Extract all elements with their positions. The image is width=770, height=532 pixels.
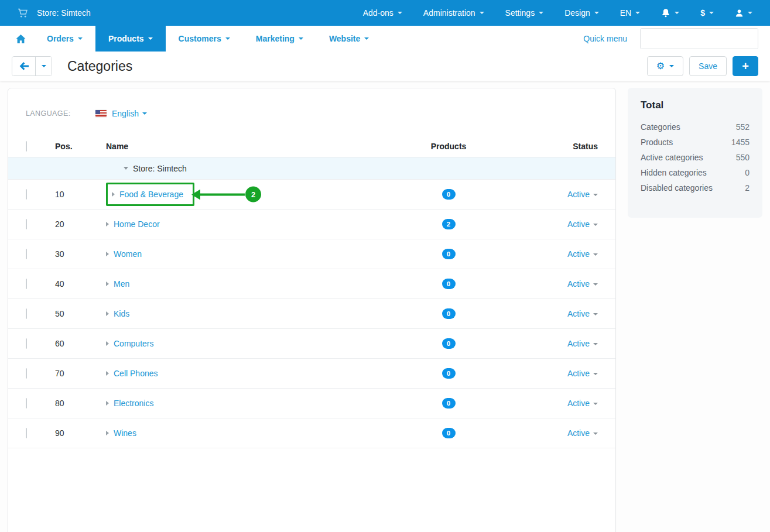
chevron-down-icon [593,224,598,226]
row-checkbox[interactable] [26,189,27,200]
account-menu[interactable] [735,9,752,18]
expand-icon[interactable] [112,192,115,197]
category-link[interactable]: Kids [114,309,129,318]
header-status: Status [492,142,598,151]
quick-menu-link[interactable]: Quick menu [583,34,627,43]
language-select[interactable]: English [112,109,147,118]
category-link[interactable]: Cell Phones [114,369,158,378]
expand-icon[interactable] [106,222,109,226]
back-button-group [12,56,52,76]
expand-icon[interactable] [106,401,109,406]
status-dropdown[interactable]: Active [567,309,590,318]
category-link[interactable]: Food & Beverage [119,190,183,199]
store-group-row[interactable]: Store: Simtech [8,157,615,180]
row-checkbox[interactable] [26,249,27,259]
total-stat-row: Categories 552 [641,119,750,135]
category-link[interactable]: Computers [114,339,153,348]
position-value: 70 [55,369,106,378]
back-button[interactable] [12,57,36,75]
chevron-down-icon [539,12,543,14]
table-row: 80 Electronics 0 Active [8,389,615,418]
expand-icon[interactable] [106,341,109,346]
page-title: Categories [67,59,132,74]
total-stat-row: Hidden categories 0 [641,165,750,180]
status-dropdown[interactable]: Active [567,369,590,378]
back-history-dropdown[interactable] [36,57,52,75]
menu-design[interactable]: Design [564,8,599,18]
expand-icon[interactable] [106,252,109,256]
main-navigation: Orders Products Customers Marketing Webs… [0,26,770,52]
expand-icon[interactable] [106,282,109,286]
row-checkbox[interactable] [26,338,27,349]
menu-addons[interactable]: Add-ons [363,8,402,18]
header-products: Products [405,142,492,151]
status-dropdown[interactable]: Active [567,399,590,408]
chevron-down-icon [593,253,598,256]
plus-icon: + [742,60,749,73]
table-row: 20 Home Decor 2 Active [8,210,615,239]
products-count-badge: 0 [442,428,456,439]
products-count-badge: 0 [442,368,456,379]
total-stat-row: Products 1455 [641,135,750,150]
products-count-badge: 0 [442,249,456,260]
total-stat-row: Disabled categories 2 [641,180,750,195]
select-all-checkbox[interactable] [26,141,27,152]
total-stat-row: Active categories 550 [641,150,750,165]
settings-dropdown-button[interactable]: ⚙ [647,56,683,76]
position-value: 10 [55,190,106,199]
chevron-down-icon [78,37,83,40]
home-icon[interactable] [0,26,34,52]
status-dropdown[interactable]: Active [567,339,590,348]
row-checkbox[interactable] [26,398,27,409]
status-dropdown[interactable]: Active [567,249,590,259]
expand-icon[interactable] [106,431,109,435]
position-value: 90 [55,428,106,438]
category-link[interactable]: Women [114,249,142,259]
products-count-badge: 0 [442,279,456,290]
menu-administration[interactable]: Administration [423,8,484,18]
arrow-left-icon [19,62,29,70]
nav-item-website[interactable]: Website [316,26,382,52]
position-value: 50 [55,309,106,318]
nav-item-customers[interactable]: Customers [166,26,243,52]
row-checkbox[interactable] [26,219,27,229]
category-link[interactable]: Electronics [114,399,153,408]
currency-menu[interactable]: $ [700,8,714,18]
store-selector[interactable]: Store: Simtech [37,8,91,18]
position-value: 60 [55,339,106,348]
chevron-down-icon [593,373,598,375]
status-dropdown[interactable]: Active [567,428,590,438]
chevron-down-icon [480,12,484,14]
language-switcher[interactable]: EN [620,8,640,18]
save-button[interactable]: Save [689,56,727,76]
menu-settings[interactable]: Settings [505,8,544,18]
expand-icon[interactable] [106,311,109,316]
status-cell: Active [492,190,598,199]
position-value: 80 [55,399,106,408]
row-checkbox[interactable] [26,279,27,289]
table-row: 70 Cell Phones 0 Active [8,359,615,389]
row-checkbox[interactable] [26,368,27,379]
category-link[interactable]: Wines [114,428,136,438]
status-dropdown[interactable]: Active [567,279,590,289]
chevron-down-icon [593,283,598,286]
category-link[interactable]: Home Decor [114,219,160,229]
status-dropdown[interactable]: Active [567,190,590,199]
totals-panel: Total Categories 552 Products 1455 Activ… [628,88,762,218]
row-checkbox[interactable] [26,428,27,438]
add-category-button[interactable]: + [733,56,758,76]
row-checkbox[interactable] [26,308,27,319]
chevron-down-icon [594,12,599,14]
search-input[interactable] [641,29,758,49]
nav-item-orders[interactable]: Orders [34,26,95,52]
notifications-menu[interactable] [661,8,679,18]
chevron-down-icon [364,37,369,40]
expand-icon[interactable] [106,371,109,376]
collapse-icon[interactable] [124,167,128,170]
category-link[interactable]: Men [114,279,129,289]
status-dropdown[interactable]: Active [567,219,590,229]
totals-title: Total [641,99,750,111]
nav-item-products[interactable]: Products [95,26,166,52]
table-row: 60 Computers 0 Active [8,329,615,359]
nav-item-marketing[interactable]: Marketing [243,26,316,52]
